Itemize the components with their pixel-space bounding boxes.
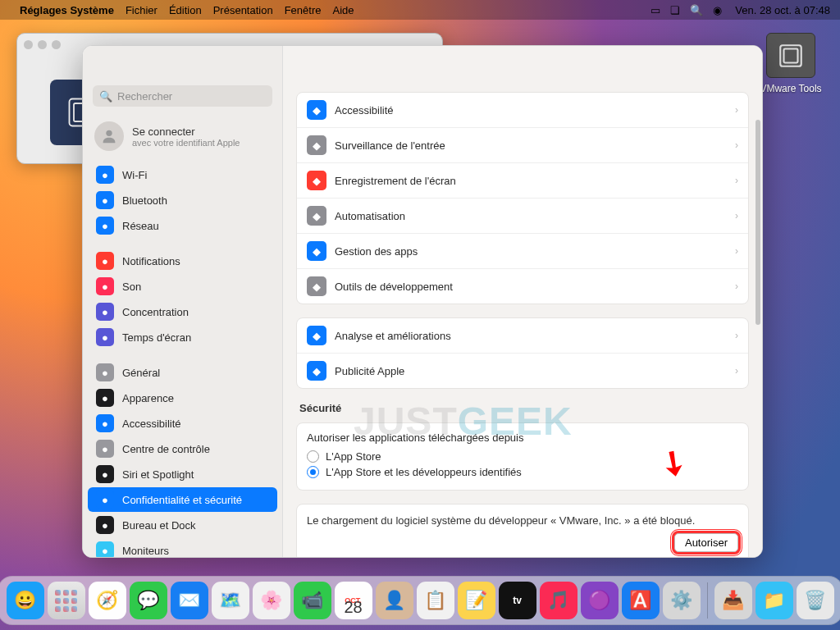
settings-row-outils-de-d-veloppement[interactable]: ◆Outils de développement› xyxy=(297,269,748,304)
row-label: Outils de développement xyxy=(335,281,453,293)
settings-row-accessibilit-[interactable]: ◆Accessibilité› xyxy=(297,93,748,128)
sidebar-item-g-n-ral[interactable]: ●Général xyxy=(88,360,277,385)
dock-finder[interactable]: 😀 xyxy=(7,582,44,619)
dock-contacts[interactable]: 👤 xyxy=(376,582,413,619)
desktop-vmware-tools[interactable]: VMware Tools xyxy=(758,33,824,94)
sidebar-item-moniteurs[interactable]: ●Moniteurs xyxy=(88,538,277,557)
sidebar-item-temps-d-cran[interactable]: ●Temps d'écran xyxy=(88,325,277,349)
siri-icon[interactable]: ◉ xyxy=(713,4,722,16)
screen-mirror-icon[interactable]: ▭ xyxy=(651,4,660,16)
row-label: Publicité Apple xyxy=(335,365,404,377)
menu-window[interactable]: Fenêtre xyxy=(285,4,322,16)
privacy-group-card: ◆Accessibilité›◆Surveillance de l'entrée… xyxy=(296,92,749,304)
dock-reminders[interactable]: 📋 xyxy=(417,582,454,619)
dock-settings[interactable]: ⚙️ xyxy=(663,582,701,619)
sidebar-item-accessibilit-[interactable]: ●Accessibilité xyxy=(88,411,277,436)
sidebar-item-label: Bluetooth xyxy=(122,194,167,207)
sidebar-item-bureau-et-dock[interactable]: ●Bureau et Dock xyxy=(88,513,277,537)
app-name[interactable]: Réglages Système xyxy=(20,4,114,16)
settings-row-analyse-et-am-liorations[interactable]: ◆Analyse et améliorations› xyxy=(297,318,748,354)
allow-option-identified[interactable]: L'App Store et les développeurs identifi… xyxy=(307,464,738,480)
allow-option-appstore[interactable]: L'App Store xyxy=(307,449,738,464)
dock-safari[interactable]: 🧭 xyxy=(89,582,126,619)
allow-option-0-label: L'App Store xyxy=(326,450,381,463)
sidebar-item-apparence[interactable]: ●Apparence xyxy=(88,386,277,410)
sidebar-item-wi-fi[interactable]: ●Wi-Fi xyxy=(88,162,277,187)
dock-calendar[interactable]: OCT.28 xyxy=(335,582,372,619)
dock-facetime[interactable]: 📹 xyxy=(294,582,331,619)
apple-id-signin[interactable]: Se connecter avec votre identifiant Appl… xyxy=(83,116,282,162)
sidebar-item-label: Confidentialité et sécurité xyxy=(122,494,242,506)
sidebar-item-concentration[interactable]: ●Concentration xyxy=(88,299,277,324)
dock-photos[interactable]: 🌸 xyxy=(253,582,290,619)
sidebar-icon: ● xyxy=(96,491,114,509)
sidebar-item-label: Apparence xyxy=(122,392,174,404)
radio-unselected-icon xyxy=(307,450,319,463)
sidebar-item-notifications[interactable]: ●Notifications xyxy=(88,249,277,273)
sidebar-item-siri-et-spotlight[interactable]: ●Siri et Spotlight xyxy=(88,462,277,486)
dock-folder[interactable]: 📁 xyxy=(756,582,793,619)
row-icon: ◆ xyxy=(307,326,326,345)
radio-selected-icon xyxy=(307,466,319,478)
row-label: Enregistrement de l'écran xyxy=(335,175,456,187)
signin-line2: avec votre identifiant Apple xyxy=(132,138,240,148)
sidebar-item-label: Notifications xyxy=(122,255,180,267)
sidebar-item-bluetooth[interactable]: ●Bluetooth xyxy=(88,188,277,212)
settings-row-enregistrement-de-l-cran[interactable]: ◆Enregistrement de l'écran› xyxy=(297,163,748,199)
menu-file[interactable]: Fichier xyxy=(126,4,158,16)
sidebar-item-label: Bureau et Dock xyxy=(122,519,196,532)
menu-view[interactable]: Présentation xyxy=(213,4,273,16)
chevron-right-icon: › xyxy=(735,104,738,116)
sidebar-item-label: Siri et Spotlight xyxy=(122,468,194,481)
chevron-right-icon: › xyxy=(735,365,738,377)
menu-edit[interactable]: Édition xyxy=(169,4,202,16)
sidebar-icon: ● xyxy=(96,389,114,407)
row-label: Gestion des apps xyxy=(335,245,418,258)
sidebar-item-centre-de-contr-le[interactable]: ●Centre de contrôle xyxy=(88,436,277,461)
sidebar-item-r-seau[interactable]: ●Réseau xyxy=(88,213,277,238)
control-center-icon[interactable]: ❏ xyxy=(670,4,680,16)
settings-row-publicit-apple[interactable]: ◆Publicité Apple› xyxy=(297,354,748,388)
sidebar-icon: ● xyxy=(96,303,114,321)
settings-sidebar: 🔍 Rechercher Se connecter avec votre ide… xyxy=(83,46,283,557)
row-icon: ◆ xyxy=(307,241,326,261)
desktop-vmware-label: VMware Tools xyxy=(758,83,824,94)
settings-row-surveillance-de-l-entr-e[interactable]: ◆Surveillance de l'entrée› xyxy=(297,128,748,163)
dock-podcasts[interactable]: 🟣 xyxy=(581,582,619,619)
row-icon: ◆ xyxy=(307,135,326,155)
allow-downloads-group: Autoriser les applications téléchargées … xyxy=(296,422,749,491)
settings-content[interactable]: ◆Accessibilité›◆Surveillance de l'entrée… xyxy=(283,46,762,557)
search-icon: 🔍 xyxy=(99,90,112,103)
dock-appstore[interactable]: 🅰️ xyxy=(622,582,660,619)
blocked-software-box: Le chargement du logiciel système du dév… xyxy=(296,504,749,557)
dock-downloads[interactable]: 📥 xyxy=(714,582,752,619)
sidebar-icon: ● xyxy=(96,328,114,346)
security-header: Sécurité xyxy=(299,402,746,414)
authorize-button[interactable]: Autoriser xyxy=(674,533,738,552)
settings-row-automatisation[interactable]: ◆Automatisation› xyxy=(297,199,748,234)
menu-bar: Réglages Système Fichier Édition Présent… xyxy=(0,0,840,20)
dock-maps[interactable]: 🗺️ xyxy=(212,582,249,619)
spotlight-icon[interactable]: 🔍 xyxy=(690,4,703,16)
sidebar-icon: ● xyxy=(96,277,114,295)
dock-tv[interactable]: tv xyxy=(499,582,536,619)
sidebar-item-confidentialit-et-s-curit-[interactable]: ●Confidentialité et sécurité xyxy=(88,487,277,512)
content-scrollbar[interactable] xyxy=(756,120,760,325)
dock-music[interactable]: 🎵 xyxy=(540,582,578,619)
sidebar-item-label: Centre de contrôle xyxy=(122,443,210,455)
dock-mail[interactable]: ✉️ xyxy=(171,582,208,619)
dock-messages[interactable]: 💬 xyxy=(130,582,167,619)
dock-launchpad[interactable] xyxy=(48,582,85,619)
sidebar-scroll[interactable]: ●Wi-Fi●Bluetooth●Réseau●Notifications●So… xyxy=(83,162,282,557)
dock-notes[interactable]: 📝 xyxy=(458,582,495,619)
settings-row-gestion-des-apps[interactable]: ◆Gestion des apps› xyxy=(297,234,748,269)
sidebar-item-son[interactable]: ●Son xyxy=(88,274,277,299)
sidebar-icon: ● xyxy=(96,465,114,483)
search-input[interactable]: 🔍 Rechercher xyxy=(93,85,272,107)
sidebar-icon: ● xyxy=(96,191,114,209)
menu-clock[interactable]: Ven. 28 oct. à 07:48 xyxy=(735,4,830,16)
system-settings-window: Confidentialité et sécurité 🔍 Rechercher… xyxy=(82,45,763,558)
dock-trash[interactable]: 🗑️ xyxy=(797,582,834,619)
row-icon: ◆ xyxy=(307,361,326,381)
menu-help[interactable]: Aide xyxy=(332,4,354,16)
